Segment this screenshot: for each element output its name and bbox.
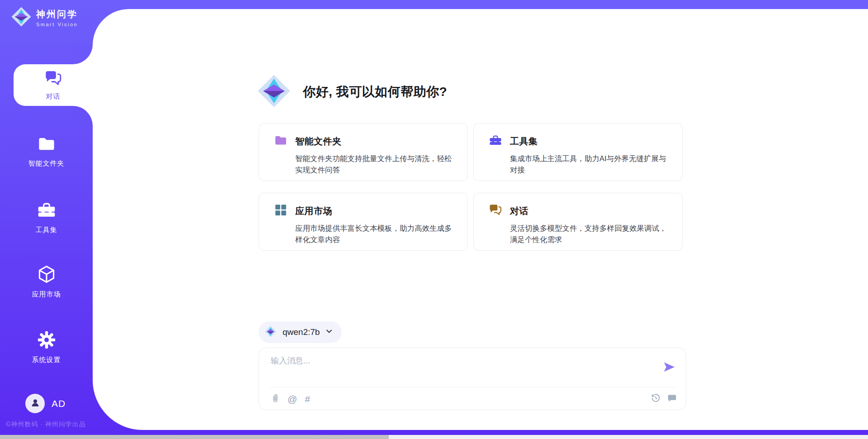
sidebar-item-label: 智能文件夹 — [28, 159, 65, 168]
sidebar-item-label: 对话 — [46, 92, 61, 101]
history-button[interactable] — [651, 393, 660, 405]
hashtag-button[interactable]: # — [305, 394, 310, 405]
card-description: 智能文件夹功能支持批量文件上传与清洗，轻松实现文件问答 — [295, 153, 457, 176]
card-header: 对话 — [489, 203, 671, 219]
user-icon — [30, 397, 41, 410]
attach-button[interactable] — [271, 393, 280, 406]
feature-cards: 智能文件夹 智能文件夹功能支持批量文件上传与清洗，轻松实现文件问答 — [259, 123, 683, 251]
card-description: 集成市场上主流工具，助力AI与外界无缝扩展与对接 — [510, 153, 671, 176]
send-icon — [662, 360, 676, 375]
main-panel: 你好, 我可以如何帮助你? 智能文件夹 智能文件夹功能支持批量文件上传与清洗，轻… — [93, 9, 868, 430]
brand-text: 神州问学 Smart Vision — [36, 8, 78, 27]
card-toolset[interactable]: 工具集 集成市场上主流工具，助力AI与外界无缝扩展与对接 — [473, 123, 683, 181]
mention-button[interactable]: @ — [288, 394, 297, 405]
composer-divider — [269, 387, 678, 387]
card-smart-folder[interactable]: 智能文件夹 智能文件夹功能支持批量文件上传与清洗，轻松实现文件问答 — [259, 123, 468, 181]
chat-icon — [44, 69, 62, 89]
sidebar-item-folders[interactable]: 智能文件夹 — [0, 134, 93, 168]
greeting: 你好, 我可以如何帮助你? — [257, 74, 447, 110]
composer-toolbar-right — [651, 393, 677, 405]
chevron-down-icon — [326, 328, 333, 337]
paperclip-icon — [271, 393, 280, 406]
tab-notch-top — [73, 44, 93, 64]
card-header: 应用市场 — [274, 203, 457, 219]
grid-icon — [274, 203, 288, 219]
composer: @ # — [259, 348, 686, 410]
model-name: qwen2:7b — [283, 327, 320, 337]
sidebar: 神州问学 Smart Vision 对话 智能文件夹 — [0, 0, 93, 439]
card-title: 应用市场 — [295, 205, 332, 217]
card-title: 智能文件夹 — [295, 135, 342, 148]
card-app-market[interactable]: 应用市场 应用市场提供丰富长文本模板，助力高效生成多样化文章内容 — [259, 193, 468, 251]
card-title: 对话 — [510, 205, 528, 217]
card-description: 灵活切换多模型文件，支持多样回复效果调试，满足个性化需求 — [510, 223, 671, 245]
user-initials: AD — [52, 398, 66, 409]
user-profile[interactable]: AD — [25, 394, 66, 413]
sidebar-item-label: 工具集 — [36, 226, 57, 234]
folder-icon — [37, 134, 56, 155]
history-icon — [651, 393, 660, 405]
sidebar-item-settings[interactable]: 系统设置 — [0, 330, 93, 364]
tab-notch-bottom — [73, 106, 93, 126]
cube-icon — [37, 264, 57, 286]
scrollbar-thumb[interactable] — [0, 435, 389, 439]
avatar — [25, 394, 45, 413]
sidebar-item-label: 系统设置 — [32, 356, 61, 364]
sidebar-item-label: 应用市场 — [32, 290, 61, 299]
card-title: 工具集 — [510, 135, 538, 148]
horizontal-scrollbar[interactable] — [0, 435, 868, 439]
quick-chat-button[interactable] — [667, 393, 677, 405]
toolbox-icon — [37, 200, 57, 222]
composer-toolbar: @ # — [271, 392, 677, 406]
sidebar-item-chat[interactable]: 对话 — [14, 64, 93, 106]
brand-logo-icon — [11, 6, 32, 29]
model-selector[interactable]: qwen2:7b — [259, 321, 342, 343]
card-header: 工具集 — [489, 134, 671, 149]
message-input[interactable] — [271, 355, 642, 382]
chat-bubble-icon — [667, 393, 677, 405]
sidebar-item-tools[interactable]: 工具集 — [0, 200, 93, 234]
card-description: 应用市场提供丰富长文本模板，助力高效生成多样化文章内容 — [295, 223, 457, 245]
folder-icon — [274, 134, 288, 149]
chat-icon — [489, 203, 502, 219]
brand-subtitle: Smart Vision — [36, 22, 78, 27]
greeting-text: 你好, 我可以如何帮助你? — [303, 83, 447, 100]
card-header: 智能文件夹 — [274, 134, 457, 149]
brand-name: 神州问学 — [36, 8, 78, 20]
gear-icon — [37, 330, 57, 352]
brand: 神州问学 Smart Vision — [11, 6, 78, 29]
copyright: ©神州数码 · 神州问学出品 — [6, 420, 86, 429]
toolbox-icon — [489, 134, 502, 149]
card-chat[interactable]: 对话 灵活切换多模型文件，支持多样回复效果调试，满足个性化需求 — [473, 193, 683, 251]
send-button[interactable] — [660, 359, 678, 376]
sidebar-item-market[interactable]: 应用市场 — [0, 264, 93, 299]
app-root: 神州问学 Smart Vision 对话 智能文件夹 — [0, 0, 868, 439]
assistant-logo-icon — [257, 74, 291, 110]
model-logo-icon — [264, 325, 277, 339]
